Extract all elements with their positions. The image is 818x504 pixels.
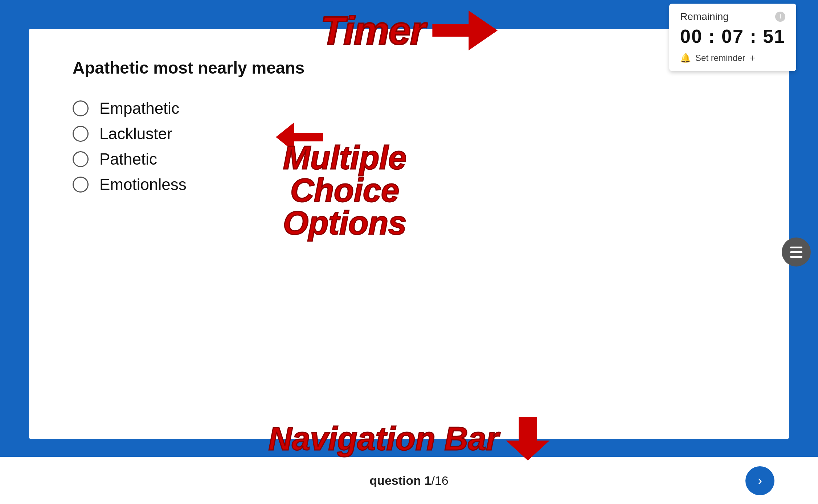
timer-widget: Remaining i 00 : 07 : 51 🔔 Set reminder …	[669, 4, 796, 71]
timer-reminder-row[interactable]: 🔔 Set reminder +	[680, 52, 785, 64]
plus-icon[interactable]: +	[749, 52, 755, 64]
timer-annotation-label: Timer	[320, 7, 425, 53]
bell-icon: 🔔	[680, 53, 691, 63]
option-a-label: Empathetic	[99, 99, 179, 117]
radio-a[interactable]	[73, 100, 89, 116]
option-b-label: Lackluster	[99, 125, 172, 143]
radio-d[interactable]	[73, 177, 89, 193]
question-label: question 1	[369, 474, 431, 487]
option-a[interactable]: Empathetic	[73, 99, 745, 117]
menu-button[interactable]	[782, 237, 811, 267]
total-questions: 16	[435, 474, 449, 487]
option-c-label: Pathetic	[99, 150, 157, 168]
timer-time-display: 00 : 07 : 51	[680, 25, 785, 47]
mc-line3: Options	[283, 207, 406, 239]
timer-header: Remaining i	[680, 11, 785, 22]
set-reminder-label: Set reminder	[695, 53, 745, 63]
next-button[interactable]: ›	[745, 466, 774, 495]
progress-separator: /	[431, 474, 434, 487]
option-c[interactable]: Pathetic	[73, 150, 745, 168]
multiple-choice-annotation: Multiple Choice Options	[283, 141, 406, 239]
svg-marker-5	[506, 441, 550, 460]
mc-line2: Choice	[283, 174, 406, 207]
radio-b[interactable]	[73, 126, 89, 142]
main-question-card: Apathetic most nearly means Empathetic L…	[29, 29, 789, 439]
svg-marker-1	[469, 11, 498, 50]
timer-info-icon[interactable]: i	[775, 12, 785, 22]
hamburger-icon	[790, 247, 802, 258]
timer-annotation: Timer	[320, 7, 498, 53]
timer-remaining-label: Remaining	[680, 11, 729, 22]
question-progress: question 1/16	[369, 474, 448, 488]
options-list: Empathetic Lackluster Pathetic Emotionle…	[73, 99, 745, 194]
timer-arrow-right-icon	[432, 11, 498, 50]
next-arrow-icon: ›	[758, 473, 762, 488]
option-b[interactable]: Lackluster	[73, 125, 745, 143]
nav-arrow-down-icon	[506, 417, 550, 460]
bottom-nav: question 1/16 ›	[0, 457, 818, 504]
nav-bar-annotation: Navigation Bar	[268, 417, 549, 460]
svg-rect-0	[432, 24, 472, 37]
radio-c[interactable]	[73, 151, 89, 167]
mc-line1: Multiple	[283, 141, 406, 174]
svg-rect-4	[519, 417, 537, 442]
question-title: Apathetic most nearly means	[73, 58, 745, 78]
option-d-label: Emotionless	[99, 175, 187, 194]
nav-bar-annotation-label: Navigation Bar	[268, 420, 499, 458]
option-d[interactable]: Emotionless	[73, 175, 745, 194]
